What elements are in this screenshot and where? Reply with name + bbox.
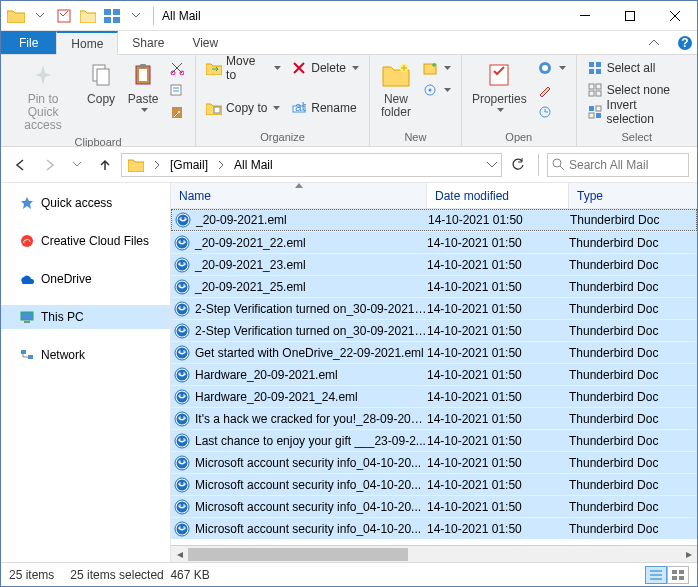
thumbnails-view-button[interactable]: [667, 566, 689, 584]
file-date: 14-10-2021 01:50: [427, 280, 569, 294]
pin-to-quick-access-button[interactable]: Pin to Quick access: [7, 57, 79, 135]
table-row[interactable]: Hardware_20-09-2021.eml14-10-2021 01:50T…: [171, 363, 697, 385]
nav-this-pc[interactable]: This PC: [1, 305, 170, 329]
file-date: 14-10-2021 01:50: [428, 213, 570, 227]
view-icon[interactable]: [101, 5, 123, 27]
search-input[interactable]: Search All Mail: [547, 153, 689, 177]
thunderbird-icon: [171, 477, 191, 493]
paste-shortcut-button[interactable]: [165, 101, 189, 123]
cut-button[interactable]: [165, 57, 189, 79]
scroll-thumb[interactable]: [188, 548, 408, 561]
file-date: 14-10-2021 01:50: [427, 346, 569, 360]
file-name: Hardware_20-09-2021_24.eml: [191, 390, 427, 404]
table-row[interactable]: Get started with OneDrive_22-09-2021.eml…: [171, 341, 697, 363]
file-type: Thunderbird Doc: [569, 412, 697, 426]
move-to-button[interactable]: Move to: [202, 57, 285, 79]
close-button[interactable]: [652, 1, 697, 30]
nav-creative-cloud[interactable]: Creative Cloud Files: [1, 229, 170, 253]
qat-dropdown-icon[interactable]: [29, 5, 51, 27]
table-row[interactable]: _20-09-2021_23.eml14-10-2021 01:50Thunde…: [171, 253, 697, 275]
scroll-right-icon[interactable]: ▸: [680, 546, 697, 563]
back-button[interactable]: [9, 153, 33, 177]
collapse-ribbon-icon[interactable]: [635, 31, 673, 54]
easy-access-button[interactable]: [418, 79, 455, 101]
copy-to-button[interactable]: Copy to: [202, 97, 285, 119]
table-row[interactable]: 2-Step Verification turned on_30-09-2021…: [171, 297, 697, 319]
tab-share[interactable]: Share: [118, 31, 178, 54]
col-name[interactable]: Name: [171, 183, 427, 208]
breadcrumb[interactable]: [Gmail] All Mail: [121, 153, 502, 177]
properties-icon[interactable]: [53, 5, 75, 27]
details-view-button[interactable]: [645, 566, 667, 584]
thunderbird-icon: [171, 367, 191, 383]
recent-locations-button[interactable]: [65, 153, 89, 177]
table-row[interactable]: _20-09-2021_22.eml14-10-2021 01:50Thunde…: [171, 231, 697, 253]
nav-quick-access[interactable]: Quick access: [1, 191, 170, 215]
navigation-pane: Quick access Creative Cloud Files OneDri…: [1, 183, 171, 562]
table-row[interactable]: Microsoft account security info_04-10-20…: [171, 451, 697, 473]
select-all-button[interactable]: Select all: [583, 57, 691, 79]
thunderbird-icon: [171, 279, 191, 295]
maximize-button[interactable]: [607, 1, 652, 30]
copy-button[interactable]: Copy: [81, 57, 121, 108]
table-row[interactable]: Microsoft account security info_04-10-20…: [171, 495, 697, 517]
file-type: Thunderbird Doc: [569, 346, 697, 360]
horizontal-scrollbar[interactable]: ◂ ▸: [171, 545, 697, 562]
edit-button[interactable]: [533, 79, 570, 101]
minimize-button[interactable]: [562, 1, 607, 30]
chevron-right-icon[interactable]: [214, 161, 228, 169]
properties-button[interactable]: Properties: [468, 57, 531, 114]
col-type[interactable]: Type: [569, 183, 697, 208]
table-row[interactable]: Microsoft account security info_04-10-20…: [171, 517, 697, 539]
svg-point-62: [179, 284, 181, 286]
help-icon[interactable]: ?: [673, 31, 697, 54]
qat-view-dropdown-icon[interactable]: [125, 5, 147, 27]
main-content: Quick access Creative Cloud Files OneDri…: [1, 183, 697, 562]
folder-icon[interactable]: [5, 5, 27, 27]
tab-home[interactable]: Home: [56, 31, 118, 55]
folder-icon[interactable]: [124, 154, 148, 176]
open-button[interactable]: [533, 57, 570, 79]
svg-point-54: [179, 240, 181, 242]
table-row[interactable]: _20-09-2021_25.eml14-10-2021 01:50Thunde…: [171, 275, 697, 297]
svg-rect-13: [140, 64, 146, 68]
new-folder-icon[interactable]: [77, 5, 99, 27]
table-row[interactable]: It's a hack we cracked for you!_28-09-20…: [171, 407, 697, 429]
delete-button[interactable]: Delete: [287, 57, 363, 79]
copy-path-button[interactable]: [165, 79, 189, 101]
new-folder-button[interactable]: New folder: [376, 57, 416, 121]
table-row[interactable]: Microsoft account security info_04-10-20…: [171, 473, 697, 495]
search-icon: [552, 158, 565, 171]
scroll-left-icon[interactable]: ◂: [171, 546, 188, 563]
refresh-button[interactable]: [506, 153, 530, 177]
thunderbird-icon: [172, 212, 192, 228]
history-dropdown-icon[interactable]: [485, 162, 499, 168]
file-name: 2-Step Verification turned on_30-09-2021…: [191, 324, 427, 338]
svg-point-106: [179, 526, 181, 528]
col-date[interactable]: Date modified: [427, 183, 569, 208]
table-row[interactable]: Hardware_20-09-2021_24.eml14-10-2021 01:…: [171, 385, 697, 407]
crumb-gmail[interactable]: [Gmail]: [166, 154, 212, 176]
svg-point-59: [183, 262, 185, 264]
nav-onedrive[interactable]: OneDrive: [1, 267, 170, 291]
paste-button[interactable]: Paste: [123, 57, 163, 114]
svg-rect-1: [104, 9, 111, 15]
new-item-button[interactable]: [418, 57, 455, 79]
forward-button[interactable]: [37, 153, 61, 177]
table-row[interactable]: _20-09-2021.eml14-10-2021 01:50Thunderbi…: [171, 209, 697, 231]
star-icon: [19, 195, 35, 211]
nav-network[interactable]: Network: [1, 343, 170, 367]
edit-icon: [537, 82, 553, 98]
tab-view[interactable]: View: [178, 31, 232, 54]
file-type: Thunderbird Doc: [569, 280, 697, 294]
crumb-all-mail[interactable]: All Mail: [230, 154, 277, 176]
history-button[interactable]: [533, 101, 570, 123]
rename-button[interactable]: ab Rename: [287, 97, 363, 119]
up-button[interactable]: [93, 153, 117, 177]
table-row[interactable]: 2-Step Verification turned on_30-09-2021…: [171, 319, 697, 341]
invert-selection-button[interactable]: Invert selection: [583, 101, 691, 123]
thunderbird-icon: [171, 257, 191, 273]
tab-file[interactable]: File: [1, 31, 56, 54]
chevron-right-icon[interactable]: [150, 161, 164, 169]
table-row[interactable]: Last chance to enjoy your gift ___23-09-…: [171, 429, 697, 451]
